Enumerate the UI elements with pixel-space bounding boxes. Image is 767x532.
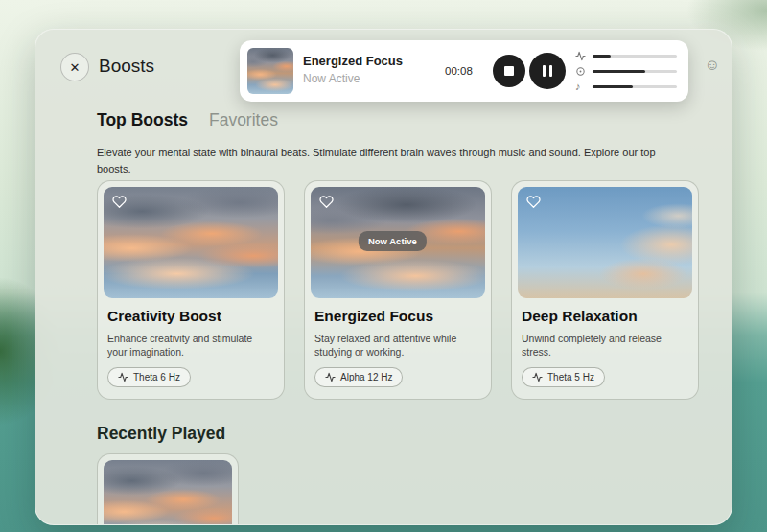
boost-card-body: Energized Focus Stay relaxed and attenti…	[311, 298, 485, 393]
favorite-heart-icon[interactable]	[526, 195, 541, 213]
music-note-icon: ♪	[575, 81, 589, 92]
now-playing-status: Now Active	[303, 72, 360, 85]
smiley-icon: ☺	[705, 57, 720, 73]
stop-button[interactable]	[493, 55, 525, 87]
recently-played-card-image	[104, 460, 232, 525]
playback-time: 00:08	[445, 65, 473, 77]
boost-card-description: Enhance creativity and stimulate your im…	[107, 332, 274, 359]
pause-icon	[543, 65, 552, 77]
pause-button[interactable]	[529, 53, 566, 89]
tab-bar: Top Boosts Favorites	[97, 110, 278, 130]
boost-card-title: Energized Focus	[314, 308, 481, 325]
tab-favorites[interactable]: Favorites	[209, 110, 278, 130]
tab-top-boosts[interactable]: Top Boosts	[97, 110, 188, 130]
boost-card-image	[518, 187, 692, 298]
boost-card-body: Creativity Boost Enhance creativity and …	[104, 298, 278, 393]
boost-card-energized-focus[interactable]: Now Active Energized Focus Stay relaxed …	[304, 180, 492, 400]
frequency-badge: Alpha 12 Hz	[314, 367, 403, 387]
now-playing-thumbnail	[247, 48, 293, 94]
frequency-badge-label: Theta 5 Hz	[547, 372, 594, 382]
boost-card-description: Stay relaxed and attentive while studyin…	[314, 332, 481, 359]
boost-card-image: Now Active	[311, 187, 485, 298]
recently-played-card[interactable]	[97, 453, 239, 525]
waveform-icon	[532, 372, 543, 382]
boost-card-description: Unwind completely and release stress.	[522, 332, 688, 359]
record-icon	[575, 66, 589, 77]
stop-icon	[504, 66, 514, 76]
waveform-icon	[575, 51, 589, 61]
favorite-heart-icon[interactable]	[319, 195, 334, 213]
favorite-heart-icon[interactable]	[112, 195, 127, 213]
boost-card-deep-relaxation[interactable]: Deep Relaxation Unwind completely and re…	[511, 180, 699, 400]
waveform-volume-slider[interactable]	[593, 55, 677, 58]
binaural-volume-row	[575, 65, 679, 77]
now-playing-title: Energized Focus	[303, 54, 403, 68]
frequency-badge: Theta 5 Hz	[522, 367, 605, 387]
frequency-badge-label: Theta 6 Hz	[133, 372, 180, 382]
boosts-panel: ✕ Boosts ☺ Top Boosts Favorites Elevate …	[35, 29, 732, 525]
waveform-icon	[325, 372, 336, 382]
intro-text: Elevate your mental state with binaural …	[97, 145, 689, 176]
waveform-icon	[118, 372, 128, 382]
boost-card-creativity[interactable]: Creativity Boost Enhance creativity and …	[97, 180, 285, 400]
now-playing-bar: Energized Focus Now Active 00:08 ♪	[240, 40, 688, 102]
waveform-volume-row	[575, 50, 679, 61]
frequency-badge-label: Alpha 12 Hz	[340, 372, 392, 382]
music-volume-row: ♪	[575, 81, 679, 92]
now-active-badge: Now Active	[359, 231, 427, 251]
boost-card-body: Deep Relaxation Unwind completely and re…	[518, 298, 692, 393]
close-button[interactable]: ✕	[60, 53, 89, 81]
music-volume-slider[interactable]	[593, 85, 677, 88]
boost-card-title: Creativity Boost	[107, 308, 274, 325]
close-icon: ✕	[70, 60, 81, 75]
feedback-button[interactable]: ☺	[705, 57, 720, 74]
boost-card-title: Deep Relaxation	[522, 308, 688, 325]
binaural-volume-slider[interactable]	[593, 70, 677, 73]
frequency-badge: Theta 6 Hz	[107, 367, 191, 387]
page-title: Boosts	[99, 56, 154, 77]
recently-played-heading: Recently Played	[97, 424, 225, 444]
boost-card-image	[104, 187, 278, 298]
volume-sliders: ♪	[575, 50, 679, 96]
boost-card-grid: Creativity Boost Enhance creativity and …	[97, 180, 699, 400]
